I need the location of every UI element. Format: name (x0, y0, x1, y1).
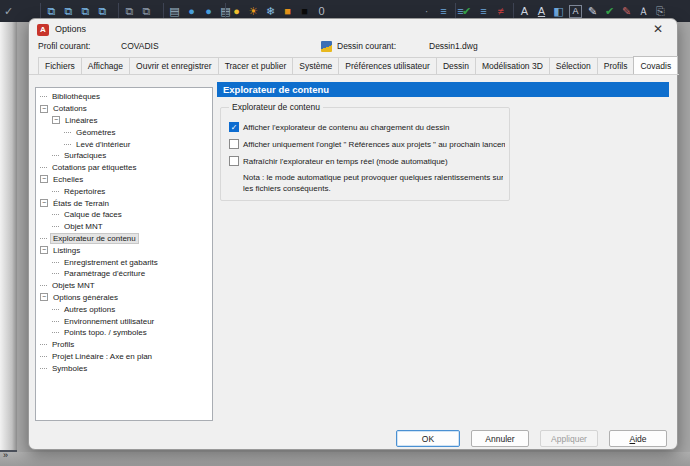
tree-item-tats-de-terrain[interactable]: −États de Terrain (36, 197, 212, 209)
tab-covadis[interactable]: Covadis (633, 56, 678, 74)
tree-item-label: Listings (51, 246, 82, 255)
note-text: Nota : le mode automatique peut provoque… (243, 172, 503, 194)
dialog-title: Options (55, 24, 86, 34)
tab-syst-me[interactable]: Système (292, 57, 339, 74)
tree-item-label: Calque de faces (62, 210, 124, 219)
tree-item-points-topo-symboles[interactable]: Points topo. / symboles (36, 327, 212, 339)
text-frame-icon[interactable]: A (569, 5, 582, 18)
tree-connector (52, 332, 59, 333)
tree-connector (52, 191, 59, 192)
tree-item-options-g-n-rales[interactable]: −Options générales (36, 292, 212, 304)
tree-item-echelles[interactable]: −Echelles (36, 174, 212, 186)
checkbox-label: Afficher uniquement l'onglet " Référence… (243, 140, 505, 149)
tab-separator (29, 74, 679, 75)
options-dialog: A Options ✕ Profil courant: COVADIS Dess… (28, 18, 678, 450)
docked-toolbar-strip (0, 22, 17, 452)
collapse-icon[interactable]: − (40, 175, 48, 183)
tree-connector (40, 285, 47, 286)
tab-ouvrir-et-enregistrer[interactable]: Ouvrir et enregistrer (129, 57, 219, 74)
tree-connector (52, 262, 59, 263)
collapse-icon[interactable]: − (40, 246, 48, 254)
screen: ✓⧉⧉⧉⧉⧉⧉▤●●▤●☀❄■■0·≡≡✔≡≠AA◧A✎✔✎Ａ⎘ » A Opt… (0, 0, 690, 466)
tab-pr-f-rences-utilisateur[interactable]: Préférences utilisateur (338, 57, 437, 74)
tree-item-autres-options[interactable]: Autres options (36, 303, 212, 315)
check-icon[interactable]: ✓ (2, 0, 15, 22)
tree-connector (64, 132, 71, 133)
tab-profils[interactable]: Profils (597, 57, 635, 74)
collapse-icon[interactable]: − (52, 116, 60, 124)
toolbar-separator (225, 3, 226, 19)
tree-connector (40, 368, 47, 369)
tree-item-projet-lin-aire-axe-en-plan[interactable]: Projet Linéaire : Axe en plan (36, 351, 212, 363)
checkbox-afficher-uniquement-l-onglet-r-f-rences-[interactable]: Afficher uniquement l'onglet " Référence… (229, 139, 505, 149)
covadis-settings-tree[interactable]: Bibliothèques−Cotations−LinéairesGéomètr… (35, 87, 213, 421)
tree-item-label: Points topo. / symboles (62, 328, 149, 337)
tab-fichiers[interactable]: Fichiers (38, 57, 82, 74)
tree-item-enregistrement-et-gabarits[interactable]: Enregistrement et gabarits (36, 256, 212, 268)
tree-item-label: Objet MNT (62, 222, 105, 231)
tree-item-lev-d-int-rieur[interactable]: Levé d'intérieur (36, 138, 212, 150)
drawing-label: Dessin courant: (337, 41, 396, 51)
tree-item-g-om-tres[interactable]: Géomètres (36, 126, 212, 138)
tab-dessin[interactable]: Dessin (436, 57, 476, 74)
tree-item-surfaciques[interactable]: Surfaciques (36, 150, 212, 162)
profile-label: Profil courant: (38, 41, 90, 51)
ok-button[interactable]: OK (396, 430, 460, 447)
toolbar-separator (455, 3, 456, 19)
tree-connector (52, 214, 59, 215)
explorateur-groupbox: Explorateur de contenu ✓Afficher l'explo… (220, 107, 510, 201)
checked-checkbox-icon[interactable]: ✓ (229, 122, 239, 132)
tree-connector (40, 356, 47, 357)
unchecked-checkbox-icon[interactable] (229, 139, 239, 149)
autocad-icon: A (37, 24, 49, 36)
annuler-button[interactable]: Annuler (471, 430, 529, 447)
checkbox-list: ✓Afficher l'explorateur de contenu au ch… (229, 122, 505, 173)
tree-item-listings[interactable]: −Listings (36, 244, 212, 256)
tree-item-cotations[interactable]: −Cotations (36, 103, 212, 115)
expand-chevron-icon[interactable]: » (3, 450, 8, 460)
appliquer-button[interactable]: Appliquer (540, 430, 598, 447)
tab-s-lection[interactable]: Sélection (549, 57, 598, 74)
tab-affichage[interactable]: Affichage (81, 57, 130, 74)
groupbox-title: Explorateur de contenu (229, 102, 323, 112)
tree-item-calque-de-faces[interactable]: Calque de faces (36, 209, 212, 221)
tree-item-label: Bibliothèques (50, 92, 102, 101)
tree-item-biblioth-ques[interactable]: Bibliothèques (36, 91, 212, 103)
collapse-icon[interactable]: − (40, 105, 48, 113)
collapse-icon[interactable]: − (40, 199, 48, 207)
tree-item-objets-mnt[interactable]: Objets MNT (36, 280, 212, 292)
note-line: les fichiers conséquents. (243, 183, 503, 194)
close-icon[interactable]: ✕ (653, 22, 663, 36)
checkbox-afficher-l-explorateur-de-contenu-au-cha[interactable]: ✓Afficher l'explorateur de contenu au ch… (229, 122, 505, 132)
checkbox-label: Rafraîchir l'explorateur en temps réel (… (243, 157, 448, 166)
tree-item-label: Echelles (51, 175, 85, 184)
tree-item-lin-aires[interactable]: −Linéaires (36, 115, 212, 127)
toolbar-separator (513, 3, 514, 19)
tree-item-label: Géomètres (74, 128, 118, 137)
tree-item-label: Levé d'intérieur (74, 140, 132, 149)
tree-item-environnement-utilisateur[interactable]: Environnement utilisateur (36, 315, 212, 327)
tree-connector (52, 321, 59, 322)
tree-item-explorateur-de-contenu[interactable]: Explorateur de contenu (36, 233, 212, 245)
status-strip: » (0, 452, 690, 466)
tab-tracer-et-publier[interactable]: Tracer et publier (218, 57, 294, 74)
aide-button[interactable]: Aide (609, 430, 667, 447)
tree-item-label: Profils (50, 340, 76, 349)
tab-mod-lisation-3d[interactable]: Modélisation 3D (475, 57, 550, 74)
unchecked-checkbox-icon[interactable] (229, 156, 239, 166)
tree-connector (40, 167, 47, 168)
tree-item-label: Répertoires (62, 187, 107, 196)
tree-item-label: Paramétrage d'écriture (62, 269, 147, 278)
tree-item-param-trage-d-criture[interactable]: Paramétrage d'écriture (36, 268, 212, 280)
tree-item-cotations-par-tiquettes[interactable]: Cotations par étiquettes (36, 162, 212, 174)
tree-item-symboles[interactable]: Symboles (36, 362, 212, 374)
tree-connector (52, 273, 59, 274)
checkbox-rafra-chir-l-explorateur-en-temps-r-el-m[interactable]: Rafraîchir l'explorateur en temps réel (… (229, 156, 505, 166)
tree-item-r-pertoires[interactable]: Répertoires (36, 185, 212, 197)
tree-item-label: Surfaciques (62, 151, 108, 160)
tree-item-objet-mnt[interactable]: Objet MNT (36, 221, 212, 233)
tree-connector (52, 155, 59, 156)
tree-item-profils[interactable]: Profils (36, 339, 212, 351)
drawing-value: Dessin1.dwg (429, 41, 478, 51)
collapse-icon[interactable]: − (40, 293, 48, 301)
